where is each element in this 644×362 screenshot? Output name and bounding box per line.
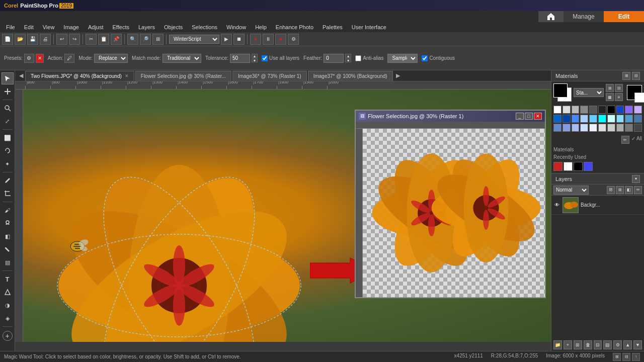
materials-action-2[interactable]: ⊟ bbox=[632, 72, 640, 80]
swatch-steelblue[interactable] bbox=[625, 115, 633, 123]
menu-view[interactable]: View bbox=[39, 23, 59, 31]
materials-view-4[interactable]: ≡ bbox=[615, 93, 623, 101]
anti-alias-checkbox[interactable] bbox=[355, 55, 361, 61]
menu-objects[interactable]: Objects bbox=[160, 23, 187, 31]
tool-sharpen[interactable]: ◈ bbox=[2, 312, 14, 324]
recent-swatch-white[interactable] bbox=[564, 162, 573, 171]
tool-vector[interactable] bbox=[2, 286, 14, 298]
swatch-blue1[interactable] bbox=[616, 106, 624, 114]
layer-edit-btn[interactable]: ✏ bbox=[634, 186, 642, 194]
swatch-dim[interactable] bbox=[625, 124, 633, 132]
toolbar-new[interactable]: 📄 bbox=[2, 34, 13, 45]
action-btn[interactable]: 🖊 bbox=[64, 54, 74, 63]
toolbar-pause[interactable]: ⏸ bbox=[263, 34, 274, 45]
swatch-gray2[interactable] bbox=[580, 106, 588, 114]
menu-file[interactable]: File bbox=[2, 23, 19, 31]
layer-copy-btn[interactable]: ⊞ bbox=[616, 186, 624, 194]
layer-item-background[interactable]: 👁 Backgr... bbox=[551, 196, 644, 215]
swatch-skyblue[interactable] bbox=[616, 115, 624, 123]
toolbar-zoom-out[interactable]: 🔎 bbox=[140, 34, 151, 45]
tolerance-input[interactable] bbox=[230, 54, 250, 63]
swatch-gainsboro[interactable] bbox=[598, 124, 606, 132]
swatch-aqua[interactable] bbox=[598, 115, 606, 123]
status-view-3[interactable]: ↑ bbox=[632, 353, 640, 361]
menu-image[interactable]: Image bbox=[59, 23, 83, 31]
swatch-cornflower[interactable] bbox=[572, 124, 580, 132]
contiguous-checkbox[interactable] bbox=[422, 55, 428, 61]
materials-view-1[interactable]: ⊞ bbox=[606, 84, 614, 92]
tool-arrow[interactable] bbox=[2, 72, 14, 84]
menu-layers[interactable]: Layers bbox=[134, 23, 159, 31]
menu-enhance[interactable]: Enhance Photo bbox=[272, 23, 317, 31]
feather-input[interactable] bbox=[324, 54, 344, 63]
foreground-swatch[interactable] bbox=[553, 83, 568, 98]
toolbar-undo[interactable]: ↩ bbox=[56, 34, 67, 45]
layer-flatten-btn[interactable]: ▤ bbox=[603, 340, 612, 349]
style-dropdown[interactable]: Sta... bbox=[574, 88, 604, 97]
foreground-background-swatches[interactable] bbox=[553, 83, 572, 102]
float-minimize[interactable]: _ bbox=[516, 113, 524, 120]
use-all-layers-checkbox[interactable] bbox=[262, 55, 268, 61]
swatch-gray1[interactable] bbox=[572, 106, 580, 114]
menu-ui[interactable]: User Interface bbox=[348, 23, 390, 31]
toolbar-fit[interactable]: ⊞ bbox=[152, 34, 164, 45]
tool-eyedropper[interactable] bbox=[2, 174, 14, 187]
swatch-slateblue[interactable] bbox=[634, 115, 642, 123]
layer-new-btn[interactable]: + bbox=[564, 340, 572, 349]
swatch-lavender[interactable] bbox=[634, 106, 642, 114]
toolbar-misc[interactable]: ⚙ bbox=[288, 34, 299, 45]
tab-prev-arrow[interactable]: ◀ bbox=[17, 72, 25, 79]
layers-collapse[interactable]: ▾ bbox=[632, 175, 640, 183]
toolbar-stop[interactable]: ■ bbox=[275, 34, 286, 45]
menu-adjust[interactable]: Adjust bbox=[84, 23, 108, 31]
toolbar-paste[interactable]: 📌 bbox=[111, 34, 122, 45]
tab-image37[interactable]: Image37* @ 100% (Background) bbox=[308, 71, 393, 81]
recent-swatch-blue[interactable] bbox=[584, 162, 593, 171]
match-mode-select[interactable]: Traditional bbox=[163, 54, 201, 63]
tab-two-flowers-close[interactable]: ✕ bbox=[125, 73, 129, 78]
home-button[interactable] bbox=[538, 11, 564, 22]
layer-lower-btn[interactable]: ▼ bbox=[633, 340, 642, 349]
menu-selections[interactable]: Selections bbox=[188, 23, 221, 31]
toolbar-cut[interactable]: ✂ bbox=[86, 34, 97, 45]
layer-link-btn[interactable]: ⛓ bbox=[607, 186, 615, 194]
swatch-blue3[interactable] bbox=[553, 115, 561, 123]
float-close[interactable]: ✕ bbox=[534, 113, 542, 120]
main-color-swatch[interactable] bbox=[627, 85, 642, 100]
layer-duplicate-btn[interactable]: ⊞ bbox=[574, 340, 582, 349]
sample-select[interactable]: Sample bbox=[387, 54, 418, 63]
swatch-blue5[interactable] bbox=[572, 115, 580, 123]
tool-gradient[interactable]: ▤ bbox=[2, 256, 14, 268]
mode-select[interactable]: Replace bbox=[94, 54, 128, 63]
status-view-1[interactable]: ⊞ bbox=[613, 353, 621, 361]
swatch-white[interactable] bbox=[553, 106, 561, 114]
swatch-lightcyan[interactable] bbox=[607, 115, 615, 123]
tool-paint-brush[interactable]: 🖌 bbox=[2, 204, 14, 216]
materials-view-2[interactable]: ⊟ bbox=[615, 84, 623, 92]
presets-btn[interactable]: ⚙ bbox=[24, 54, 34, 63]
swatch-darkgray[interactable] bbox=[589, 106, 597, 114]
toolbar-copy[interactable]: 📋 bbox=[98, 34, 109, 45]
menu-effects[interactable]: Effects bbox=[109, 23, 133, 31]
float-window[interactable]: 🖼 Flower Selection.jpg @ 30% (Raster 1) … bbox=[355, 110, 546, 298]
menu-palettes[interactable]: Palettes bbox=[318, 23, 347, 31]
swatch-cyan[interactable] bbox=[589, 115, 597, 123]
script-dropdown[interactable]: WinterScript bbox=[169, 35, 219, 44]
secondary-color-swatch[interactable] bbox=[634, 93, 644, 103]
swatch-alice[interactable] bbox=[580, 124, 588, 132]
swatch-silver[interactable] bbox=[607, 124, 615, 132]
tab-image36[interactable]: Image36* @ 73% (Raster 1) bbox=[232, 71, 307, 81]
menu-edit[interactable]: Edit bbox=[20, 23, 38, 31]
tool-fill[interactable] bbox=[2, 243, 14, 255]
tool-deform[interactable]: ⤢ bbox=[2, 115, 14, 127]
tool-selection[interactable]: ⬜ bbox=[2, 132, 14, 144]
toolbar-print[interactable]: 🖨 bbox=[40, 34, 51, 45]
swatch-blue4[interactable] bbox=[562, 115, 571, 123]
float-canvas[interactable] bbox=[363, 129, 545, 297]
materials-action-1[interactable]: ⊞ bbox=[622, 72, 630, 80]
toolbar-play[interactable]: ▶ bbox=[221, 34, 232, 45]
tool-erase[interactable]: ◧ bbox=[2, 230, 14, 242]
menu-window[interactable]: Window bbox=[222, 23, 250, 31]
tool-pan[interactable] bbox=[2, 85, 14, 98]
tool-add-more[interactable]: + bbox=[3, 331, 13, 341]
